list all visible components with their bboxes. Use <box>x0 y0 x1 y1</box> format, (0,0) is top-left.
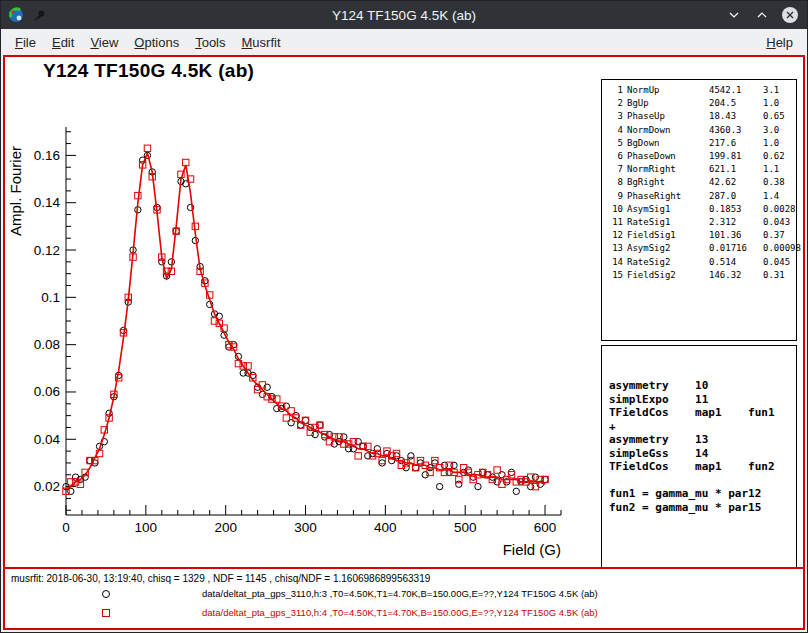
svg-text:300: 300 <box>294 520 317 535</box>
svg-text:0.16: 0.16 <box>34 148 60 163</box>
fit-statistics: musrfit: 2018-06-30, 13:19:40, chisq = 1… <box>5 569 803 584</box>
svg-text:200: 200 <box>214 520 237 535</box>
close-icon[interactable] <box>782 7 798 23</box>
legend-entry: data/deltat_pta_gps_3110,h:4 ,T0=4.50K,T… <box>5 603 803 622</box>
maximize-icon[interactable] <box>754 7 770 23</box>
keep-above-pin-icon[interactable] <box>31 7 47 23</box>
plot-area[interactable]: 0.020.040.060.080.10.120.140.16010020030… <box>5 115 585 567</box>
menu-item-view[interactable]: View <box>82 31 126 54</box>
menu-item-help[interactable]: Help <box>758 31 801 54</box>
legend-entries: data/deltat_pta_gps_3110,h:3 ,T0=4.50K,T… <box>5 584 803 622</box>
root-canvas[interactable]: Y124 TF150G 4.5K (ab) 0.020.040.060.080.… <box>3 55 805 630</box>
parameter-row: 12FieldSig1101.360.37 <box>602 229 796 242</box>
svg-text:400: 400 <box>374 520 397 535</box>
square-marker-icon <box>102 609 110 617</box>
minimize-icon[interactable] <box>726 7 742 23</box>
menu-item-tools[interactable]: Tools <box>187 31 233 54</box>
parameter-row: 5BgDown217.61.0 <box>602 137 796 150</box>
svg-text:Field (G): Field (G) <box>503 541 561 558</box>
info-pad[interactable]: musrfit: 2018-06-30, 13:19:40, chisq = 1… <box>5 567 803 628</box>
parameter-table[interactable]: 1NormUp4542.13.12BgUp204.51.03PhaseUp18.… <box>601 79 797 341</box>
svg-text:0.12: 0.12 <box>34 243 60 258</box>
parameter-row: 13AsymSig20.017160.00098 <box>602 242 796 255</box>
svg-text:0.02: 0.02 <box>34 479 60 494</box>
svg-text:500: 500 <box>454 520 477 535</box>
menubar-left-group: FileEditViewOptionsToolsMusrfit <box>7 31 289 54</box>
parameter-row: 9PhaseRight287.01.4 <box>602 190 796 203</box>
svg-text:0.08: 0.08 <box>34 337 60 352</box>
svg-text:600: 600 <box>534 520 557 535</box>
svg-text:Ampl. Fourier: Ampl. Fourier <box>7 146 24 236</box>
parameter-row: 3PhaseUp18.430.65 <box>602 110 796 123</box>
menu-item-file[interactable]: File <box>7 31 44 54</box>
parameter-row: 6PhaseDown199.810.62 <box>602 150 796 163</box>
parameter-row: 11RateSig12.3120.043 <box>602 216 796 229</box>
parameter-row: 10AsymSig10.18530.0028 <box>602 203 796 216</box>
menu-item-edit[interactable]: Edit <box>44 31 82 54</box>
menubar-right-group: Help <box>758 31 801 54</box>
app-icon <box>8 7 24 23</box>
parameter-row: 2BgUp204.51.0 <box>602 97 796 110</box>
parameter-row: 14RateSig20.5140.045 <box>602 256 796 269</box>
menu-item-musrfit[interactable]: Musrfit <box>234 31 289 54</box>
parameter-row: 8BgRight42.620.38 <box>602 176 796 189</box>
theory-lines: asymmetry 10simplExpo 11TFieldCos map1 f… <box>609 379 796 514</box>
svg-text:0.1: 0.1 <box>41 290 60 305</box>
plot-title: Y124 TF150G 4.5K (ab) <box>43 60 254 82</box>
svg-text:100: 100 <box>135 520 158 535</box>
svg-text:0.06: 0.06 <box>34 384 60 399</box>
theory-block[interactable]: asymmetry 10simplExpo 11TFieldCos map1 f… <box>601 345 797 569</box>
parameter-rows: 1NormUp4542.13.12BgUp204.51.03PhaseUp18.… <box>602 84 796 282</box>
svg-text:0.14: 0.14 <box>34 195 61 210</box>
app-window: Y124 TF150G 4.5K (ab) FileEditViewOption… <box>0 0 808 633</box>
menu-item-options[interactable]: Options <box>126 31 187 54</box>
legend-entry: data/deltat_pta_gps_3110,h:3 ,T0=4.50K,T… <box>5 584 803 603</box>
menubar: FileEditViewOptionsToolsMusrfit Help <box>1 29 807 55</box>
titlebar[interactable]: Y124 TF150G 4.5K (ab) <box>1 1 807 29</box>
parameter-row: 15FieldSig2146.320.31 <box>602 269 796 282</box>
parameter-row: 7NormRight621.11.1 <box>602 163 796 176</box>
parameter-row: 1NormUp4542.13.1 <box>602 84 796 97</box>
parameter-row: 4NormDown4360.33.0 <box>602 124 796 137</box>
circle-marker-icon <box>102 590 110 598</box>
svg-text:0: 0 <box>62 520 70 535</box>
window-title: Y124 TF150G 4.5K (ab) <box>1 8 807 23</box>
svg-text:0.04: 0.04 <box>34 432 61 447</box>
